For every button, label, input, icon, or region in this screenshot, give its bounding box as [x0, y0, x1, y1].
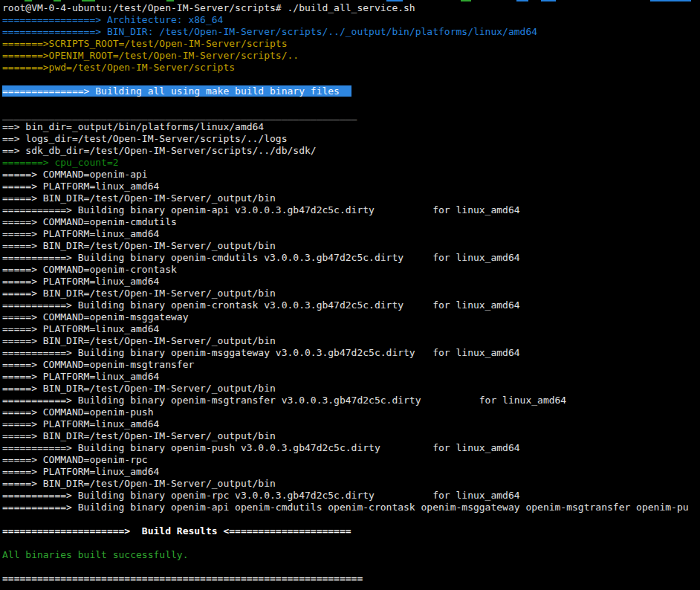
clipped-text-fragment	[516, 0, 528, 1]
terminal-line	[2, 513, 700, 525]
terminal-screen: root@VM-0-4-ubuntu:/test/Open-IM-Server/…	[2, 2, 700, 585]
clipped-text-fragment	[82, 0, 95, 1]
terminal-line: =====> BIN_DIR=/test/Open-IM-Server/_out…	[2, 383, 700, 395]
terminal-line: =======>OPENIM_ROOT=/test/Open-IM-Server…	[2, 50, 700, 62]
terminal-line: All binaries built successfully.	[2, 549, 700, 561]
terminal-line: =====> BIN_DIR=/test/Open-IM-Server/_out…	[2, 288, 700, 299]
terminal-line-text: =====> COMMAND=openim-cmdutils	[2, 216, 177, 227]
terminal-line: =======>SCRIPTS_ROOT=/test/Open-IM-Serve…	[2, 38, 700, 50]
terminal-line: =====> BIN_DIR=/test/Open-IM-Server/_out…	[2, 335, 700, 347]
terminal-line: ================> Architecture: x86_64	[2, 14, 700, 26]
terminal-line-text: =======>pwd=/test/Open-IM-Server/scripts	[2, 62, 235, 73]
terminal-line: ==> logs_dir=/test/Open-IM-Server/script…	[2, 133, 700, 145]
terminal-line-text: =====> BIN_DIR=/test/Open-IM-Server/_out…	[2, 335, 276, 346]
clipped-text-fragment	[25, 0, 32, 1]
terminal-line-text: ===========> Building binary openim-msgt…	[2, 395, 566, 406]
clipped-text-fragment	[650, 0, 691, 1]
terminal-line-text: ================> BIN_DIR: /test/Open-IM…	[2, 26, 537, 37]
terminal-line: ===========> Building binary openim-rpc …	[2, 490, 700, 502]
terminal-line: ===========> Building binary openim-msgg…	[2, 347, 700, 359]
terminal-line-text: ===========> Building binary openim-api …	[2, 204, 520, 215]
terminal-line: =====> BIN_DIR=/test/Open-IM-Server/_out…	[2, 192, 700, 204]
terminal-line: =====> PLATFORM=linux_amd64	[2, 181, 700, 192]
terminal-line: =====> BIN_DIR=/test/Open-IM-Server/_out…	[2, 430, 700, 442]
terminal-line-text: =====> PLATFORM=linux_amd64	[2, 466, 159, 477]
terminal-line: =====> COMMAND=openim-cmdutils	[2, 216, 700, 228]
terminal-line-text: ==> logs_dir=/test/Open-IM-Server/script…	[2, 133, 288, 144]
terminal-line: ==============> Building all using make …	[2, 85, 700, 97]
terminal-line: ===========> Building binary openim-push…	[2, 442, 700, 454]
terminal-line: ========================================…	[2, 573, 700, 585]
terminal-line-text: =======>OPENIM_ROOT=/test/Open-IM-Server…	[2, 50, 299, 61]
clipped-text-fragment	[541, 0, 556, 1]
terminal-line-text: ===========> Building binary openim-cmdu…	[2, 252, 520, 263]
terminal-line-text: ==> bin_dir=_output/bin/platforms/linux/…	[2, 121, 264, 132]
terminal-line: =====> COMMAND=openim-msgtransfer	[2, 359, 700, 371]
clipped-text-fragment	[386, 0, 403, 1]
terminal-line: =======>pwd=/test/Open-IM-Server/scripts	[2, 62, 700, 74]
terminal-line: =====> COMMAND=openim-api	[2, 169, 700, 181]
clipped-text-fragment	[166, 0, 174, 1]
terminal-line: ==> bin_dir=_output/bin/platforms/linux/…	[2, 121, 700, 133]
terminal-line-text: ================> Architecture: x86_64	[2, 14, 223, 25]
terminal-line-text: =====> PLATFORM=linux_amd64	[2, 276, 159, 287]
terminal-line	[2, 97, 700, 109]
terminal-line: ==> sdk_db_dir=/test/Open-IM-Server/scri…	[2, 145, 700, 157]
clipped-text-fragment	[54, 0, 61, 1]
terminal-line-text: =====> COMMAND=openim-crontask	[2, 264, 177, 275]
terminal-line: =====> PLATFORM=linux_amd64	[2, 371, 700, 383]
clipped-text-fragment	[461, 0, 471, 1]
terminal-line-text: =====> BIN_DIR=/test/Open-IM-Server/_out…	[2, 430, 276, 441]
terminal-line-text: =====> PLATFORM=linux_amd64	[2, 323, 159, 334]
terminal-line-text: ________________________________________…	[2, 109, 357, 120]
terminal-line: =====> COMMAND=openim-crontask	[2, 264, 700, 276]
terminal-line: =====> COMMAND=openim-rpc	[2, 454, 700, 466]
terminal-line-text: All binaries built successfully.	[2, 549, 188, 560]
terminal-line-text: =====> COMMAND=openim-rpc	[2, 454, 148, 465]
terminal-line-text: root@VM-0-4-ubuntu:/test/Open-IM-Server/…	[2, 2, 415, 13]
terminal-line-text: =====> PLATFORM=linux_amd64	[2, 418, 159, 429]
terminal-line-text: =======> cpu_count=2	[2, 157, 119, 168]
terminal-line-text: =====> BIN_DIR=/test/Open-IM-Server/_out…	[2, 192, 276, 204]
terminal-line-text: ===========> Building binary openim-push…	[2, 442, 520, 453]
terminal-line: root@VM-0-4-ubuntu:/test/Open-IM-Server/…	[2, 2, 700, 14]
terminal-line-text: ===========> Building binary openim-cron…	[2, 299, 520, 311]
terminal-line: =====> PLATFORM=linux_amd64	[2, 466, 700, 478]
terminal-line: ===========> Building binary openim-api …	[2, 502, 700, 513]
terminal-line: =====> BIN_DIR=/test/Open-IM-Server/_out…	[2, 240, 700, 252]
terminal-line: =======> cpu_count=2	[2, 157, 700, 169]
terminal-line-text: ==> sdk_db_dir=/test/Open-IM-Server/scri…	[2, 145, 317, 156]
terminal-line-text: =======>SCRIPTS_ROOT=/test/Open-IM-Serve…	[2, 38, 288, 49]
terminal-line-text: ===========> Building binary openim-msgg…	[2, 347, 520, 358]
terminal-line: ===========> Building binary openim-msgt…	[2, 395, 700, 406]
terminal-line-text: =====> PLATFORM=linux_amd64	[2, 181, 159, 192]
terminal-line-text: =====> BIN_DIR=/test/Open-IM-Server/_out…	[2, 478, 276, 489]
terminal-line-text: =====> COMMAND=openim-push	[2, 406, 154, 418]
terminal-line: =====> BIN_DIR=/test/Open-IM-Server/_out…	[2, 478, 700, 490]
terminal-line-text: ========================================…	[2, 573, 363, 584]
terminal-line: ===========> Building binary openim-cron…	[2, 299, 700, 311]
terminal-line: =====================> Build Results <==…	[2, 525, 700, 537]
terminal-line-text: =====> PLATFORM=linux_amd64	[2, 228, 159, 239]
terminal-window[interactable]: root@VM-0-4-ubuntu:/test/Open-IM-Server/…	[0, 0, 700, 590]
terminal-line-text: =====================> Build Results <==…	[2, 525, 351, 536]
terminal-line-text: ===========> Building binary openim-api …	[2, 502, 689, 513]
terminal-line	[2, 74, 700, 85]
terminal-line-text: =====> COMMAND=openim-msggateway	[2, 311, 188, 322]
terminal-line-text: =====> BIN_DIR=/test/Open-IM-Server/_out…	[2, 288, 276, 299]
terminal-line: =====> COMMAND=openim-msggateway	[2, 311, 700, 323]
terminal-line: =====> PLATFORM=linux_amd64	[2, 228, 700, 240]
terminal-line-text: =====> PLATFORM=linux_amd64	[2, 371, 159, 382]
terminal-line-text: ==============> Building all using make …	[2, 85, 351, 97]
terminal-line	[2, 561, 700, 573]
terminal-line: =====> PLATFORM=linux_amd64	[2, 276, 700, 288]
terminal-line-text: =====> COMMAND=openim-msgtransfer	[2, 359, 194, 370]
terminal-line: =====> COMMAND=openim-push	[2, 406, 700, 418]
terminal-line: ________________________________________…	[2, 109, 700, 121]
terminal-line: =====> PLATFORM=linux_amd64	[2, 323, 700, 335]
terminal-line: ===========> Building binary openim-api …	[2, 204, 700, 216]
terminal-line-text: =====> BIN_DIR=/test/Open-IM-Server/_out…	[2, 383, 276, 394]
terminal-line	[2, 537, 700, 549]
terminal-line-text: =====> BIN_DIR=/test/Open-IM-Server/_out…	[2, 240, 276, 251]
terminal-line: ================> BIN_DIR: /test/Open-IM…	[2, 26, 700, 38]
